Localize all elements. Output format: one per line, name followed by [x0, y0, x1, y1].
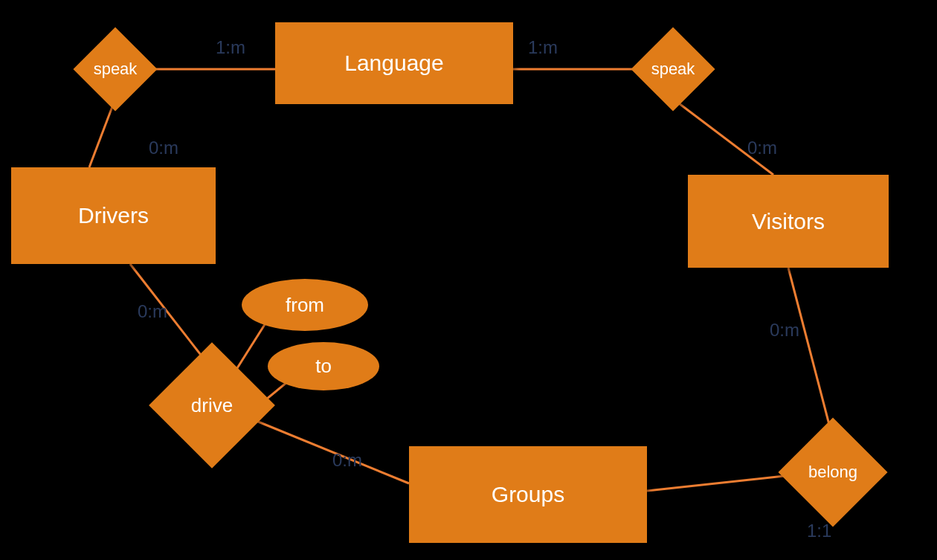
relationship-belong-label: belong — [794, 434, 872, 511]
cardinality-drivers-speak: 0:m — [149, 138, 178, 158]
svg-line-3 — [673, 99, 773, 175]
relationship-speak-right: speak — [643, 39, 703, 99]
relationship-belong: belong — [794, 434, 872, 511]
cardinality-visitors-speak: 0:m — [747, 138, 777, 158]
relationship-drive: drive — [167, 361, 257, 450]
svg-line-5 — [245, 416, 409, 483]
er-diagram: Language Drivers Visitors Groups speak s… — [0, 0, 937, 560]
entity-language: Language — [275, 22, 513, 104]
cardinality-drivers-drive: 0:m — [138, 301, 167, 322]
entity-drivers: Drivers — [11, 167, 216, 264]
cardinality-groups-belong: 1:1 — [807, 521, 831, 541]
svg-line-2 — [89, 99, 115, 167]
relationship-speak-left-label: speak — [86, 39, 145, 99]
svg-line-8 — [788, 268, 833, 439]
relationship-speak-left: speak — [86, 39, 145, 99]
cardinality-groups-drive: 0:m — [332, 450, 362, 471]
svg-line-9 — [647, 474, 798, 491]
attribute-to: to — [268, 342, 379, 390]
relationship-drive-label: drive — [167, 361, 257, 450]
cardinality-lang-speak-left: 1:m — [216, 37, 245, 58]
relationship-speak-right-label: speak — [643, 39, 703, 99]
entity-groups: Groups — [409, 446, 647, 543]
entity-visitors: Visitors — [688, 175, 889, 268]
cardinality-lang-speak-right: 1:m — [528, 37, 558, 58]
attribute-from: from — [242, 279, 368, 331]
cardinality-visitors-belong: 0:m — [770, 320, 799, 341]
